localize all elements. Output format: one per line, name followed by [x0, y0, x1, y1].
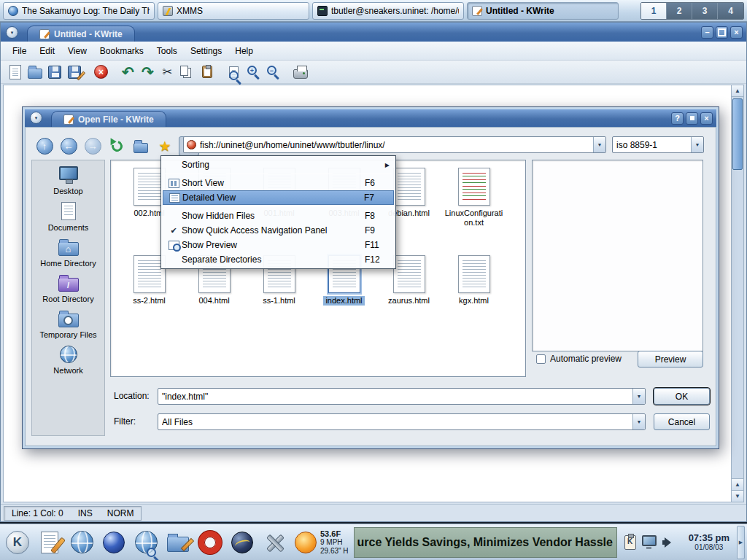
desktop-pager: 1 2 3 4 — [640, 2, 744, 20]
menu-item-detailed-view[interactable]: Detailed View F7 — [163, 190, 394, 205]
weather-applet[interactable]: 53.6F 9 MPH 29.63" H — [291, 526, 352, 559]
help-button[interactable] — [671, 112, 684, 125]
path-input[interactable] — [196, 140, 593, 150]
scrollbar-thumb[interactable] — [732, 98, 743, 170]
menu-tools[interactable]: Tools — [151, 43, 183, 59]
zoom-out-icon[interactable] — [263, 63, 283, 82]
launcher-search[interactable] — [131, 526, 161, 559]
launcher-file-manager[interactable] — [163, 526, 193, 559]
forward-icon[interactable] — [82, 136, 103, 156]
menu-help[interactable]: Help — [229, 43, 259, 59]
pager-desktop-2[interactable]: 2 — [667, 3, 692, 19]
sidebar-item-home[interactable]: Home Directory — [34, 238, 103, 268]
menu-item-sorting[interactable]: Sorting — [163, 158, 394, 172]
detailed-view-glyph — [169, 193, 180, 203]
news-ticker[interactable]: urce Yields Savings, Minimizes Vendor Ha… — [354, 527, 617, 558]
close-document-icon[interactable] — [91, 63, 111, 82]
menu-bookmarks[interactable]: Bookmarks — [94, 43, 150, 59]
automatic-preview-checkbox[interactable] — [536, 354, 546, 364]
undo-icon[interactable] — [118, 63, 138, 82]
taskbar-window-xmms[interactable]: XMMS — [158, 2, 309, 20]
dialog-title: Open File - KWrite — [78, 114, 154, 125]
scroll-down-icon[interactable]: ▼ — [732, 490, 743, 502]
menu-file[interactable]: File — [7, 43, 32, 59]
location-dropdown-icon[interactable] — [632, 389, 645, 404]
taskbar-window-browser[interactable]: The Sakamuyo Log: The Daily Thou — [3, 2, 155, 20]
panel-hide-button[interactable] — [737, 526, 745, 559]
copy-icon[interactable] — [177, 63, 197, 82]
launcher-editor[interactable] — [34, 526, 65, 559]
scroll-up-icon[interactable]: ▲ — [732, 85, 743, 97]
fish-protocol-icon — [187, 140, 196, 149]
bookmark-star-icon[interactable] — [155, 136, 175, 156]
filter-dropdown-icon[interactable] — [632, 414, 645, 429]
redo-icon[interactable] — [138, 63, 158, 82]
filter-input[interactable] — [158, 417, 632, 427]
window-menu-button[interactable] — [6, 26, 18, 39]
new-document-icon[interactable] — [5, 63, 25, 82]
maximize-button[interactable] — [716, 26, 728, 39]
open-file-icon[interactable] — [25, 63, 44, 82]
launcher-dark-globe[interactable] — [227, 526, 258, 559]
new-folder-icon[interactable] — [131, 136, 151, 156]
klipper-icon[interactable] — [624, 535, 636, 550]
pager-desktop-1[interactable]: 1 — [641, 3, 667, 19]
launcher-kde-menu[interactable] — [2, 526, 33, 559]
back-icon[interactable] — [58, 136, 79, 156]
taskbar-window-kwrite[interactable]: Untitled - KWrite — [467, 2, 619, 20]
up-icon[interactable] — [34, 136, 55, 156]
menu-item-short-view[interactable]: Short View F6 — [163, 176, 394, 190]
close-button[interactable] — [730, 26, 743, 39]
file-item[interactable]: LinuxConfiguration.txt — [441, 165, 506, 252]
kwrite-titlebar[interactable]: Untitled - KWrite — [1, 23, 746, 42]
display-icon[interactable] — [642, 535, 657, 546]
menu-edit[interactable]: Edit — [34, 43, 61, 59]
scroll-up-icon[interactable]: ▲ — [732, 478, 743, 490]
cancel-button[interactable]: Cancel — [654, 413, 710, 430]
paste-icon[interactable] — [197, 63, 217, 82]
magnifier-icon — [147, 548, 156, 557]
menu-item-separate-directories[interactable]: Separate Directories F12 — [163, 252, 394, 267]
menu-item-quick-access[interactable]: Show Quick Access Navigation Panel F9 — [163, 223, 394, 238]
menu-item-show-hidden[interactable]: Show Hidden Files F8 — [163, 209, 394, 223]
minimize-button[interactable] — [701, 26, 713, 39]
pager-desktop-4[interactable]: 4 — [718, 3, 743, 19]
sidebar-item-temp[interactable]: Temporary Files — [34, 310, 103, 339]
menu-item-show-preview[interactable]: Show Preview F11 — [163, 238, 394, 252]
location-input[interactable] — [158, 392, 632, 402]
ok-button[interactable]: OK — [654, 388, 710, 405]
menu-view[interactable]: View — [62, 43, 93, 59]
file-item[interactable]: kgx.html — [441, 252, 506, 340]
menu-settings[interactable]: Settings — [185, 43, 228, 59]
launcher-help[interactable] — [195, 526, 225, 559]
sidebar-item-desktop[interactable]: Desktop — [34, 166, 103, 195]
dialog-close-button[interactable] — [700, 112, 713, 125]
dialog-titlebar[interactable]: Open File - KWrite — [25, 109, 716, 127]
encoding-combobox[interactable]: iso 8859-1 — [612, 136, 704, 153]
dialog-menu-button[interactable] — [30, 112, 42, 124]
editor-scrollbar[interactable]: ▲ ▲ ▼ — [731, 85, 743, 502]
launcher-blue-sphere[interactable] — [98, 526, 129, 559]
launcher-tools[interactable] — [259, 526, 290, 559]
clock-applet[interactable]: 07:35 pm 01/08/03 — [683, 532, 735, 552]
reload-icon[interactable] — [107, 136, 127, 156]
launcher-konqueror[interactable] — [66, 526, 97, 559]
save-as-icon[interactable] — [64, 63, 84, 82]
path-dropdown-icon[interactable] — [593, 137, 605, 152]
encoding-dropdown-icon[interactable] — [691, 137, 703, 152]
print-icon[interactable] — [290, 63, 310, 82]
cut-icon[interactable] — [158, 63, 177, 82]
volume-icon[interactable] — [662, 537, 676, 548]
menu-item-label: Show Preview — [182, 240, 237, 250]
sidebar-item-network[interactable]: Network — [34, 346, 103, 375]
save-icon[interactable] — [44, 63, 64, 82]
sidebar-item-documents[interactable]: Documents — [34, 202, 103, 232]
pager-desktop-3[interactable]: 3 — [692, 3, 718, 19]
preview-button[interactable]: Preview — [638, 351, 703, 368]
clock-time: 07:35 pm — [689, 532, 729, 543]
zoom-in-icon[interactable] — [244, 63, 263, 82]
taskbar-window-terminal[interactable]: tbutler@sneakers.uninet: /home/uni — [312, 2, 464, 20]
sidebar-item-root[interactable]: Root Directory — [34, 274, 103, 303]
dock-button[interactable] — [686, 112, 698, 125]
find-icon[interactable] — [224, 63, 244, 82]
